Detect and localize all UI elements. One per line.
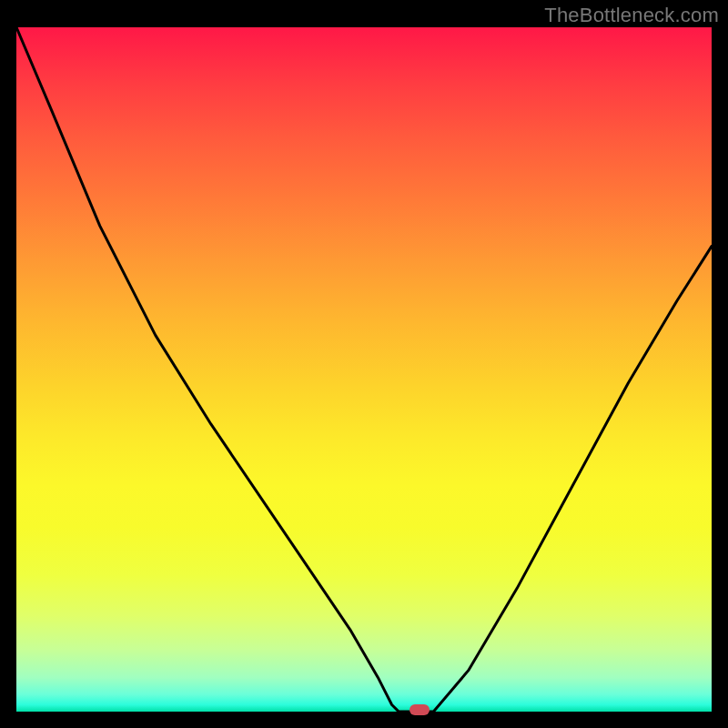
gradient-plot-background — [16, 27, 712, 712]
chart-container: TheBottleneck.com — [0, 0, 728, 728]
bottleneck-marker — [410, 704, 430, 715]
watermark-label: TheBottleneck.com — [544, 4, 719, 27]
